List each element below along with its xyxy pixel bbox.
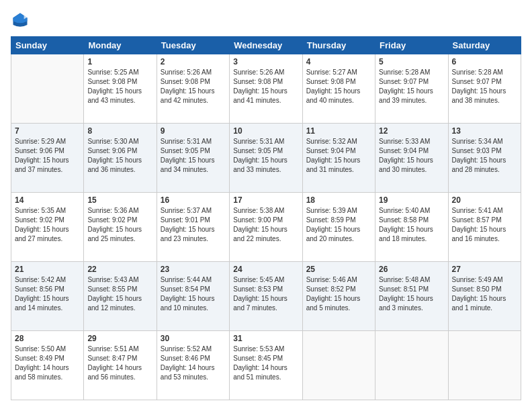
day-number: 23: [161, 265, 226, 274]
cell-text: Sunrise: 5:45 AMSunset: 8:53 PMDaylight:…: [233, 275, 298, 313]
cell-text: Sunrise: 5:44 AMSunset: 8:54 PMDaylight:…: [161, 275, 226, 313]
day-number: 18: [306, 195, 371, 205]
calendar-cell: 8Sunrise: 5:30 AMSunset: 9:06 PMDaylight…: [84, 124, 157, 193]
calendar-cell: 12Sunrise: 5:33 AMSunset: 9:04 PMDayligh…: [375, 124, 448, 193]
calendar-week-row: 28Sunrise: 5:50 AMSunset: 8:49 PMDayligh…: [11, 331, 521, 400]
calendar-cell: 10Sunrise: 5:31 AMSunset: 9:05 PMDayligh…: [230, 124, 302, 193]
day-number: 13: [452, 126, 517, 136]
day-number: 21: [15, 265, 80, 274]
calendar-cell: 2Sunrise: 5:26 AMSunset: 9:08 PMDaylight…: [157, 54, 229, 124]
calendar-cell: [448, 331, 521, 400]
header: [11, 11, 521, 30]
page: SundayMondayTuesdayWednesdayThursdayFrid…: [0, 0, 532, 411]
calendar-cell: 11Sunrise: 5:32 AMSunset: 9:04 PMDayligh…: [302, 124, 375, 193]
calendar-cell: 26Sunrise: 5:48 AMSunset: 8:51 PMDayligh…: [375, 262, 448, 331]
cell-text: Sunrise: 5:31 AMSunset: 9:05 PMDaylight:…: [233, 137, 298, 175]
day-number: 2: [161, 57, 226, 66]
day-number: 6: [452, 57, 517, 66]
cell-text: Sunrise: 5:26 AMSunset: 9:08 PMDaylight:…: [161, 68, 226, 105]
cell-text: Sunrise: 5:25 AMSunset: 9:08 PMDaylight:…: [87, 68, 152, 105]
day-number: 5: [379, 57, 444, 66]
day-number: 25: [306, 265, 371, 274]
calendar-cell: 13Sunrise: 5:34 AMSunset: 9:03 PMDayligh…: [448, 124, 521, 193]
day-number: 29: [87, 334, 152, 343]
calendar-cell: 4Sunrise: 5:27 AMSunset: 9:08 PMDaylight…: [302, 54, 375, 124]
calendar-cell: 15Sunrise: 5:36 AMSunset: 9:02 PMDayligh…: [84, 193, 157, 262]
day-number: 15: [87, 195, 152, 205]
day-number: 8: [87, 126, 152, 136]
calendar-cell: [375, 331, 448, 400]
day-number: 24: [233, 265, 298, 274]
calendar-week-row: 1Sunrise: 5:25 AMSunset: 9:08 PMDaylight…: [11, 54, 521, 124]
cell-text: Sunrise: 5:50 AMSunset: 8:49 PMDaylight:…: [15, 345, 80, 382]
cell-text: Sunrise: 5:46 AMSunset: 8:52 PMDaylight:…: [306, 275, 371, 313]
cell-text: Sunrise: 5:29 AMSunset: 9:06 PMDaylight:…: [15, 137, 80, 175]
cell-text: Sunrise: 5:36 AMSunset: 9:02 PMDaylight:…: [87, 206, 152, 244]
day-number: 12: [379, 126, 444, 136]
column-header-friday: Friday: [375, 37, 448, 54]
column-header-wednesday: Wednesday: [230, 37, 302, 54]
calendar-cell: 31Sunrise: 5:53 AMSunset: 8:45 PMDayligh…: [230, 331, 302, 400]
calendar-cell: 18Sunrise: 5:39 AMSunset: 8:59 PMDayligh…: [302, 193, 375, 262]
calendar-week-row: 7Sunrise: 5:29 AMSunset: 9:06 PMDaylight…: [11, 124, 521, 193]
calendar-cell: 30Sunrise: 5:52 AMSunset: 8:46 PMDayligh…: [157, 331, 229, 400]
calendar-header-row: SundayMondayTuesdayWednesdayThursdayFrid…: [11, 37, 521, 54]
cell-text: Sunrise: 5:38 AMSunset: 9:00 PMDaylight:…: [233, 206, 298, 244]
cell-text: Sunrise: 5:41 AMSunset: 8:57 PMDaylight:…: [452, 206, 517, 244]
calendar-cell: 5Sunrise: 5:28 AMSunset: 9:07 PMDaylight…: [375, 54, 448, 124]
calendar-week-row: 21Sunrise: 5:42 AMSunset: 8:56 PMDayligh…: [11, 262, 521, 331]
day-number: 3: [233, 57, 298, 66]
cell-text: Sunrise: 5:53 AMSunset: 8:45 PMDaylight:…: [233, 345, 298, 382]
cell-text: Sunrise: 5:27 AMSunset: 9:08 PMDaylight:…: [306, 68, 371, 105]
calendar-table: SundayMondayTuesdayWednesdayThursdayFrid…: [11, 36, 521, 400]
day-number: 14: [15, 195, 80, 205]
calendar-cell: 17Sunrise: 5:38 AMSunset: 9:00 PMDayligh…: [230, 193, 302, 262]
day-number: 19: [379, 195, 444, 205]
day-number: 11: [306, 126, 371, 136]
calendar-cell: [11, 54, 84, 124]
calendar-cell: 19Sunrise: 5:40 AMSunset: 8:58 PMDayligh…: [375, 193, 448, 262]
column-header-monday: Monday: [84, 37, 157, 54]
cell-text: Sunrise: 5:28 AMSunset: 9:07 PMDaylight:…: [379, 68, 444, 105]
day-number: 22: [87, 265, 152, 274]
day-number: 10: [233, 126, 298, 136]
day-number: 20: [452, 195, 517, 205]
column-header-tuesday: Tuesday: [157, 37, 229, 54]
cell-text: Sunrise: 5:51 AMSunset: 8:47 PMDaylight:…: [87, 345, 152, 382]
calendar-cell: 29Sunrise: 5:51 AMSunset: 8:47 PMDayligh…: [84, 331, 157, 400]
calendar-week-row: 14Sunrise: 5:35 AMSunset: 9:02 PMDayligh…: [11, 193, 521, 262]
day-number: 7: [15, 126, 80, 136]
calendar-cell: 9Sunrise: 5:31 AMSunset: 9:05 PMDaylight…: [157, 124, 229, 193]
cell-text: Sunrise: 5:32 AMSunset: 9:04 PMDaylight:…: [306, 137, 371, 175]
cell-text: Sunrise: 5:33 AMSunset: 9:04 PMDaylight:…: [379, 137, 444, 175]
calendar-cell: 6Sunrise: 5:28 AMSunset: 9:07 PMDaylight…: [448, 54, 521, 124]
calendar-cell: 21Sunrise: 5:42 AMSunset: 8:56 PMDayligh…: [11, 262, 84, 331]
calendar-cell: 20Sunrise: 5:41 AMSunset: 8:57 PMDayligh…: [448, 193, 521, 262]
calendar-cell: 3Sunrise: 5:26 AMSunset: 9:08 PMDaylight…: [230, 54, 302, 124]
day-number: 16: [161, 195, 226, 205]
calendar-cell: 7Sunrise: 5:29 AMSunset: 9:06 PMDaylight…: [11, 124, 84, 193]
day-number: 28: [15, 334, 80, 343]
column-header-sunday: Sunday: [11, 37, 84, 54]
calendar-cell: 22Sunrise: 5:43 AMSunset: 8:55 PMDayligh…: [84, 262, 157, 331]
cell-text: Sunrise: 5:49 AMSunset: 8:50 PMDaylight:…: [452, 275, 517, 313]
calendar-cell: 24Sunrise: 5:45 AMSunset: 8:53 PMDayligh…: [230, 262, 302, 331]
calendar-cell: 23Sunrise: 5:44 AMSunset: 8:54 PMDayligh…: [157, 262, 229, 331]
calendar-cell: 1Sunrise: 5:25 AMSunset: 9:08 PMDaylight…: [84, 54, 157, 124]
day-number: 17: [233, 195, 298, 205]
column-header-thursday: Thursday: [302, 37, 375, 54]
cell-text: Sunrise: 5:48 AMSunset: 8:51 PMDaylight:…: [379, 275, 444, 313]
calendar-cell: 28Sunrise: 5:50 AMSunset: 8:49 PMDayligh…: [11, 331, 84, 400]
cell-text: Sunrise: 5:34 AMSunset: 9:03 PMDaylight:…: [452, 137, 517, 175]
day-number: 30: [161, 334, 226, 343]
cell-text: Sunrise: 5:26 AMSunset: 9:08 PMDaylight:…: [233, 68, 298, 105]
calendar-cell: 14Sunrise: 5:35 AMSunset: 9:02 PMDayligh…: [11, 193, 84, 262]
logo: [11, 11, 31, 30]
calendar-cell: 16Sunrise: 5:37 AMSunset: 9:01 PMDayligh…: [157, 193, 229, 262]
cell-text: Sunrise: 5:31 AMSunset: 9:05 PMDaylight:…: [161, 137, 226, 175]
cell-text: Sunrise: 5:35 AMSunset: 9:02 PMDaylight:…: [15, 206, 80, 244]
column-header-saturday: Saturday: [448, 37, 521, 54]
logo-icon: [11, 11, 30, 30]
cell-text: Sunrise: 5:28 AMSunset: 9:07 PMDaylight:…: [452, 68, 517, 105]
day-number: 4: [306, 57, 371, 66]
